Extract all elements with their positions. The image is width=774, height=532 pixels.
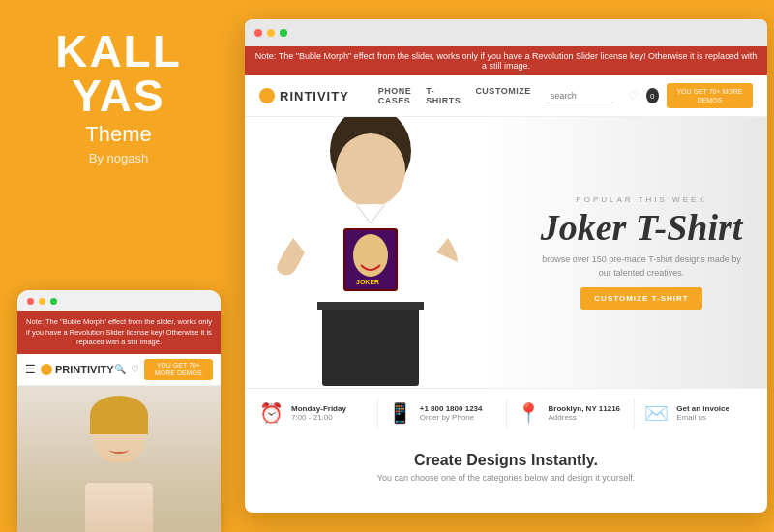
browser-chrome [245,19,767,46]
info-divider-3 [634,399,635,428]
svg-rect-7 [322,304,419,386]
email-icon: ✉️ [644,401,669,425]
info-bar: ⏰ Monday-Friday 7:00 - 21:00 📱 +1 800 18… [245,388,767,437]
mobile-heart-icon[interactable]: ♡ [131,364,139,374]
logo-p-circle [259,88,275,103]
dot-yellow [39,298,45,305]
nav-icons: ♡ 0 YOU GET 70+ MORE DEMOS [628,83,753,108]
address-title: Brooklyn, NY 11216 [549,404,621,413]
hours-text: Monday-Friday 7:00 - 21:00 [291,404,346,422]
minimize-dot[interactable] [267,29,275,37]
phone-sub: Order by Phone [420,413,483,422]
nav-customize[interactable]: CUSTOMIZE [475,86,530,105]
product-title: KALL YAS [55,29,182,118]
search-input[interactable] [546,89,613,103]
mobile-nav-icons: 🔍 ♡ YOU GET 70+ MORE DEMOS [114,359,213,381]
info-address: 📍 Brooklyn, NY 11216 Address [517,401,625,425]
address-sub: Address [549,413,621,422]
popular-label: POPULAR THIS WEEK [535,195,748,204]
theme-label: Theme [55,122,182,147]
hamburger-icon[interactable]: ☰ [25,363,36,376]
svg-text:JOKER: JOKER [356,279,379,285]
mobile-nav: ☰ PRINTIVITY 🔍 ♡ YOU GET 70+ MORE DEMOS [17,354,221,387]
hero-title: Joker T-Shirt [535,209,748,246]
phone-number: +1 800 1800 1234 [420,404,483,413]
customize-t-shirt-button[interactable]: CUSTOMIZE T-SHIRT [580,287,701,310]
nav-links: PHONE CASES T-SHIRTS CUSTOMIZE [378,86,531,105]
clock-icon: ⏰ [259,401,283,425]
mobile-demos-badge: YOU GET 70+ MORE DEMOS [144,359,213,381]
create-sub: You can choose one of the categories bel… [264,473,748,483]
mobile-mockup: Note: The "Buble Morph" effect from the … [17,290,221,532]
bottom-content: Create Designs Instantly. You can choose… [245,437,767,497]
info-invoice: ✉️ Get an invoice Email us [644,401,753,425]
invoice-sub: Email us [676,413,729,422]
hours-sub: 7:00 - 21:00 [291,413,346,422]
demos-button[interactable]: YOU GET 70+ MORE DEMOS [667,83,753,108]
info-phone: 📱 +1 800 1800 1234 Order by Phone [388,401,496,425]
location-icon: 📍 [517,401,541,425]
nav-t-shirts[interactable]: T-SHIRTS [426,86,461,105]
invoice-text: Get an invoice Email us [676,404,729,422]
mobile-logo: PRINTIVITY [41,364,114,375]
by-label: By nogash [55,151,182,165]
info-divider-1 [377,399,378,428]
create-title: Create Designs Instantly. [264,452,748,469]
dot-red [27,298,34,305]
hero-section: JOKER POPULAR THIS WEEK Joker T-Shirt br… [245,117,767,388]
mobile-search-icon[interactable]: 🔍 [114,364,126,374]
nav-phone-cases[interactable]: PHONE CASES [378,86,412,105]
browser-alert-banner: Note: The "Buble Morph" effect from the … [245,46,767,75]
wishlist-icon[interactable]: ♡ [628,89,639,103]
site-logo: RINTIVITY [259,88,349,103]
hours-title: Monday-Friday [291,404,346,413]
mobile-header [17,290,221,311]
left-panel: KALL YAS Theme By nogash Note: The "Bubl… [0,0,237,532]
phone-icon: 📱 [388,401,412,425]
dot-green [50,298,57,305]
hero-description: browse over 150 pre-made T-shirt designs… [535,253,748,280]
mobile-alert: Note: The "Buble Morph" effect from the … [17,311,221,354]
svg-rect-8 [317,302,424,310]
site-nav: RINTIVITY PHONE CASES T-SHIRTS CUSTOMIZE… [245,75,767,117]
browser-mockup: Note: The "Buble Morph" effect from the … [245,19,767,513]
phone-text: +1 800 1800 1234 Order by Phone [420,404,483,422]
info-hours: ⏰ Monday-Friday 7:00 - 21:00 [259,401,368,425]
invoice-title: Get an invoice [676,404,729,413]
mobile-content-area [17,386,221,532]
hero-person-svg: JOKER [264,117,477,388]
maximize-dot[interactable] [280,29,287,37]
info-divider-2 [506,399,507,428]
hero-text: POPULAR THIS WEEK Joker T-Shirt browse o… [535,195,748,310]
svg-point-1 [336,133,405,207]
cart-badge[interactable]: 0 [646,88,659,103]
address-text: Brooklyn, NY 11216 Address [549,404,621,422]
logo-circle [41,364,52,375]
title-block: KALL YAS Theme By nogash [55,29,182,165]
close-dot[interactable] [254,29,262,37]
